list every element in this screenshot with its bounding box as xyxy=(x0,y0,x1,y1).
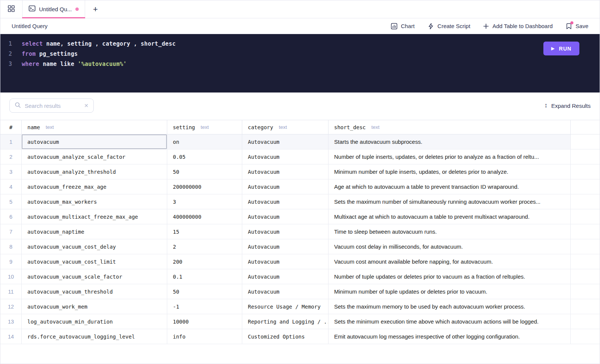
cell-short-desc[interactable]: Starts the autovacuum subprocess. xyxy=(328,134,570,149)
clear-search-icon[interactable]: ✕ xyxy=(84,103,88,109)
cell-name[interactable]: autovacuum xyxy=(21,134,167,149)
table-row[interactable]: 9 autovacuum_vacuum_cost_limit 200 Autov… xyxy=(0,254,600,269)
table-row[interactable]: 2 autovacuum_analyze_scale_factor 0.05 A… xyxy=(0,149,600,164)
row-number[interactable]: 7 xyxy=(0,224,21,239)
table-row[interactable]: 14 rds.force_autovacuum_logging_level in… xyxy=(0,329,600,344)
cell-setting[interactable]: 50 xyxy=(167,164,242,179)
cell-setting[interactable]: 10000 xyxy=(167,314,242,329)
row-number[interactable]: 11 xyxy=(0,284,21,299)
row-number[interactable]: 8 xyxy=(0,239,21,254)
cell-short-desc[interactable]: Minimum number of tuple updates or delet… xyxy=(328,284,570,299)
table-row[interactable]: 8 autovacuum_vacuum_cost_delay 2 Autovac… xyxy=(0,239,600,254)
cell-short-desc[interactable]: Multixact age at which to autovacuum a t… xyxy=(328,209,570,224)
cell-category[interactable]: Autovacuum xyxy=(242,284,328,299)
cell-short-desc[interactable]: Number of tuple updates or deletes prior… xyxy=(328,269,570,284)
cell-short-desc[interactable]: Vacuum cost amount available before napp… xyxy=(328,254,570,269)
cell-name[interactable]: autovacuum_naptime xyxy=(21,224,167,239)
cell-name[interactable]: log_autovacuum_min_duration xyxy=(21,314,167,329)
cell-short-desc[interactable]: Sets the minimum execution time above wh… xyxy=(328,314,570,329)
cell-short-desc[interactable]: Emit autovacuum log messages irrespectiv… xyxy=(328,329,570,344)
table-row[interactable]: 11 autovacuum_vacuum_threshold 50 Autova… xyxy=(0,284,600,299)
cell-setting[interactable]: 200000000 xyxy=(167,179,242,194)
sql-code[interactable]: 1 select name, setting , category , shor… xyxy=(0,34,600,69)
cell-name[interactable]: autovacuum_vacuum_threshold xyxy=(21,284,167,299)
table-row[interactable]: 4 autovacuum_freeze_max_age 200000000 Au… xyxy=(0,179,600,194)
new-tab-button[interactable]: + xyxy=(85,0,106,18)
cell-short-desc[interactable]: Number of tuple inserts, updates, or del… xyxy=(328,149,570,164)
cell-category[interactable]: Autovacuum xyxy=(242,179,328,194)
row-number[interactable]: 2 xyxy=(0,149,21,164)
cell-name[interactable]: rds.force_autovacuum_logging_level xyxy=(21,329,167,344)
table-row[interactable]: 5 autovacuum_max_workers 3 Autovacuum Se… xyxy=(0,194,600,209)
cell-category[interactable]: Autovacuum xyxy=(242,134,328,149)
cell-short-desc[interactable]: Sets the maximum number of simultaneousl… xyxy=(328,194,570,209)
table-row[interactable]: 3 autovacuum_analyze_threshold 50 Autova… xyxy=(0,164,600,179)
cell-setting[interactable]: 0.05 xyxy=(167,149,242,164)
table-row[interactable]: 7 autovacuum_naptime 15 Autovacuum Time … xyxy=(0,224,600,239)
row-number[interactable]: 6 xyxy=(0,209,21,224)
table-row[interactable]: 1 autovacuum on Autovacuum Starts the au… xyxy=(0,134,600,149)
row-number[interactable]: 1 xyxy=(0,134,21,149)
row-number[interactable]: 3 xyxy=(0,164,21,179)
cell-short-desc[interactable]: Sets the maximum memory to be used by ea… xyxy=(328,299,570,314)
table-row[interactable]: 12 autovacuum_work_mem -1 Resource Usage… xyxy=(0,299,600,314)
cell-setting[interactable]: 200 xyxy=(167,254,242,269)
row-number[interactable]: 4 xyxy=(0,179,21,194)
cell-category[interactable]: Autovacuum xyxy=(242,239,328,254)
cell-short-desc[interactable]: Time to sleep between autovacuum runs. xyxy=(328,224,570,239)
cell-setting[interactable]: 2 xyxy=(167,239,242,254)
cell-category[interactable]: Autovacuum xyxy=(242,164,328,179)
cell-setting[interactable]: on xyxy=(167,134,242,149)
run-button[interactable]: ▶ RUN xyxy=(543,42,579,55)
row-number[interactable]: 10 xyxy=(0,269,21,284)
cell-category[interactable]: Autovacuum xyxy=(242,209,328,224)
sql-editor[interactable]: 1 select name, setting , category , shor… xyxy=(0,34,600,92)
row-number[interactable]: 12 xyxy=(0,299,21,314)
row-number[interactable]: 9 xyxy=(0,254,21,269)
cell-name[interactable]: autovacuum_max_workers xyxy=(21,194,167,209)
search-box[interactable]: ✕ xyxy=(9,98,94,113)
cell-category[interactable]: Autovacuum xyxy=(242,269,328,284)
cell-category[interactable]: Autovacuum xyxy=(242,149,328,164)
row-number[interactable]: 13 xyxy=(0,314,21,329)
chart-button[interactable]: Chart xyxy=(391,23,415,30)
cell-setting[interactable]: info xyxy=(167,329,242,344)
cell-name[interactable]: autovacuum_multixact_freeze_max_age xyxy=(21,209,167,224)
search-input[interactable] xyxy=(25,103,80,109)
cell-setting[interactable]: 15 xyxy=(167,224,242,239)
cell-name[interactable]: autovacuum_work_mem xyxy=(21,299,167,314)
create-script-button[interactable]: Create Script xyxy=(428,23,471,30)
row-number[interactable]: 5 xyxy=(0,194,21,209)
workspace-grid-button[interactable] xyxy=(0,0,22,18)
cell-setting[interactable]: 3 xyxy=(167,194,242,209)
cell-setting[interactable]: 0.1 xyxy=(167,269,242,284)
cell-name[interactable]: autovacuum_analyze_threshold xyxy=(21,164,167,179)
cell-category[interactable]: Autovacuum xyxy=(242,224,328,239)
cell-short-desc[interactable]: Vacuum cost delay in milliseconds, for a… xyxy=(328,239,570,254)
column-header-setting[interactable]: setting text xyxy=(167,120,242,134)
cell-category[interactable]: Customized Options xyxy=(242,329,328,344)
column-header-name[interactable]: name text xyxy=(21,120,167,134)
cell-name[interactable]: autovacuum_freeze_max_age xyxy=(21,179,167,194)
row-number[interactable]: 14 xyxy=(0,329,21,344)
cell-name[interactable]: autovacuum_vacuum_cost_limit xyxy=(21,254,167,269)
save-button[interactable]: Save xyxy=(566,22,588,30)
cell-name[interactable]: autovacuum_vacuum_cost_delay xyxy=(21,239,167,254)
cell-short-desc[interactable]: Minimum number of tuple inserts, updates… xyxy=(328,164,570,179)
table-row[interactable]: 10 autovacuum_vacuum_scale_factor 0.1 Au… xyxy=(0,269,600,284)
column-header-short-desc[interactable]: short_desc text xyxy=(328,120,570,134)
cell-short-desc[interactable]: Age at which to autovacuum a table to pr… xyxy=(328,179,570,194)
cell-name[interactable]: autovacuum_analyze_scale_factor xyxy=(21,149,167,164)
column-header-category[interactable]: category text xyxy=(242,120,328,134)
cell-setting[interactable]: 50 xyxy=(167,284,242,299)
cell-setting[interactable]: -1 xyxy=(167,299,242,314)
cell-name[interactable]: autovacuum_vacuum_scale_factor xyxy=(21,269,167,284)
cell-setting[interactable]: 400000000 xyxy=(167,209,242,224)
cell-category[interactable]: Resource Usage / Memory xyxy=(242,299,328,314)
table-row[interactable]: 13 log_autovacuum_min_duration 10000 Rep… xyxy=(0,314,600,329)
expand-results-button[interactable]: ↕ Expand Results xyxy=(544,102,591,109)
cell-category[interactable]: Autovacuum xyxy=(242,254,328,269)
add-table-to-dashboard-button[interactable]: Add Table to Dashboard xyxy=(483,23,553,29)
tab-untitled-query[interactable]: Untitled Qu... xyxy=(22,0,85,18)
table-row[interactable]: 6 autovacuum_multixact_freeze_max_age 40… xyxy=(0,209,600,224)
